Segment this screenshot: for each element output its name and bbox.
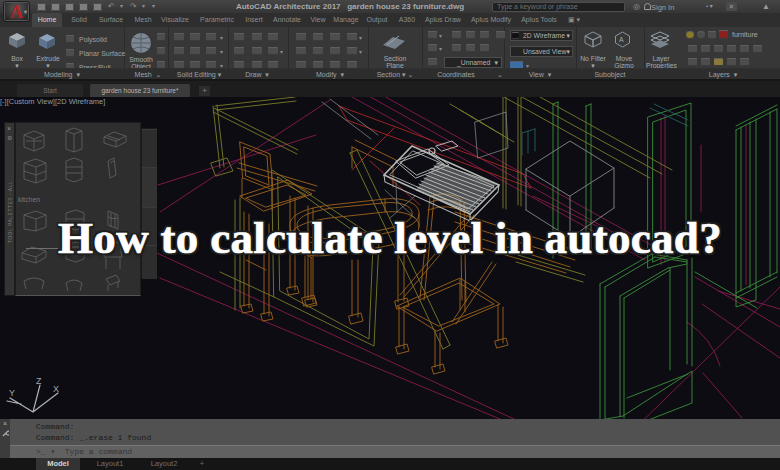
svg-text:Z: Z bbox=[36, 376, 42, 386]
svg-text:A: A bbox=[619, 36, 624, 43]
svg-text:Y: Y bbox=[9, 388, 15, 398]
svg-text:X: X bbox=[53, 384, 59, 394]
